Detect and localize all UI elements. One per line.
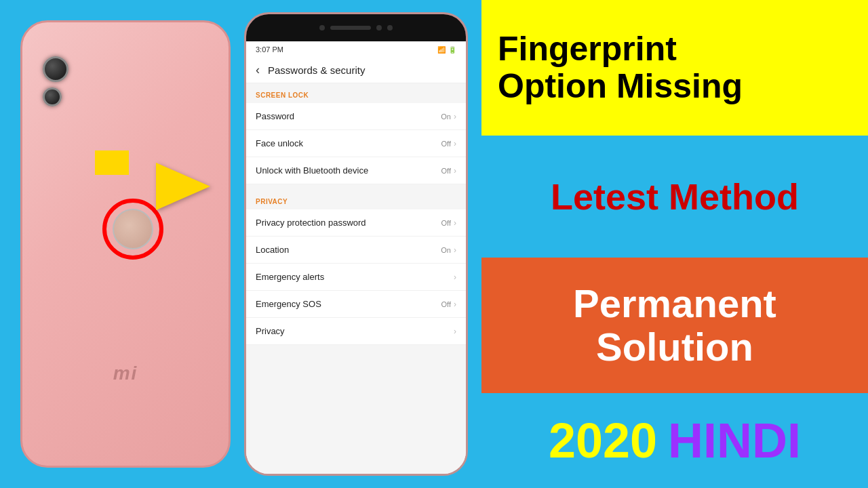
- back-arrow-icon[interactable]: ‹: [256, 63, 260, 77]
- section-divider: [246, 184, 466, 190]
- settings-label-privacy: Privacy: [256, 326, 285, 336]
- location-value: On: [441, 246, 451, 254]
- camera-module: [43, 56, 68, 106]
- chevron-icon-face-unlock: ›: [454, 139, 456, 148]
- face-unlock-value: Off: [441, 140, 451, 148]
- screen-title: Passwords & security: [268, 64, 365, 76]
- settings-label-password: Password: [256, 111, 294, 121]
- top-title-line2: Option Missing: [498, 68, 852, 105]
- yellow-arrow-head: [156, 163, 210, 210]
- hindi-text: HINDI: [668, 413, 801, 468]
- time-display: 3:07 PM: [256, 45, 283, 54]
- left-panel: mi 3:07 PM 📶 🔋 ‹: [0, 0, 481, 488]
- settings-label-emergency-alerts: Emergency alerts: [256, 272, 324, 282]
- notch-dot-far-right: [387, 25, 393, 30]
- bluetooth-unlock-value: Off: [441, 167, 451, 175]
- bottom-title-line2: Solution: [596, 325, 753, 369]
- settings-label-bluetooth-unlock: Unlock with Bluetooth device: [256, 165, 368, 176]
- phone-screen-container: 3:07 PM 📶 🔋 ‹ Passwords & security SCREE…: [244, 12, 468, 476]
- settings-value-privacy: ›: [454, 327, 456, 336]
- arrow-container: [156, 163, 210, 210]
- screen-content: SCREEN LOCK Password On › Face unlock Of…: [246, 83, 466, 474]
- signal-icon: 📶: [437, 46, 446, 54]
- settings-value-location: On ›: [441, 245, 456, 255]
- chevron-icon-privacy: ›: [454, 327, 456, 336]
- settings-item-privacy-password[interactable]: Privacy protection password Off ›: [246, 209, 466, 237]
- fingerprint-circle: [102, 199, 163, 260]
- settings-label-location: Location: [256, 245, 289, 255]
- fingerprint-sensor: [113, 209, 153, 249]
- settings-value-emergency-sos: Off ›: [441, 300, 456, 309]
- notch-speaker: [330, 26, 371, 30]
- status-bar: 3:07 PM 📶 🔋: [246, 41, 466, 58]
- emergency-sos-value: Off: [441, 300, 451, 308]
- notch-dot-left: [319, 25, 325, 30]
- section-header-privacy: PRIVACY: [246, 190, 466, 209]
- settings-item-privacy[interactable]: Privacy ›: [246, 318, 466, 345]
- middle-text: Letest Method: [551, 176, 799, 218]
- arrow-body: [95, 150, 129, 175]
- right-panel: Fingerprint Option Missing Letest Method…: [481, 0, 868, 488]
- notch-dot-right: [376, 25, 382, 30]
- bottom-title-line1: Permanent: [573, 282, 776, 325]
- phone-notch: [246, 14, 466, 41]
- password-value: On: [441, 113, 451, 121]
- settings-item-location[interactable]: Location On ›: [246, 237, 466, 264]
- settings-label-face-unlock: Face unlock: [256, 138, 303, 148]
- status-icons: 📶 🔋: [437, 46, 456, 54]
- bottom-orange-section: Permanent Solution: [481, 258, 868, 393]
- settings-item-emergency-sos[interactable]: Emergency SOS Off ›: [246, 291, 466, 318]
- settings-value-password: On ›: [441, 112, 456, 121]
- top-yellow-section: Fingerprint Option Missing: [481, 0, 868, 136]
- phone-back: mi: [20, 20, 231, 468]
- camera-lens-main: [43, 56, 68, 82]
- settings-label-emergency-sos: Emergency SOS: [256, 299, 321, 309]
- settings-label-privacy-password: Privacy protection password: [256, 218, 366, 228]
- camera-lens-secondary: [43, 87, 62, 106]
- bottom-footer: 2020 HINDI: [481, 393, 868, 488]
- chevron-icon-bluetooth-unlock: ›: [454, 166, 456, 176]
- privacy-password-value: Off: [441, 219, 451, 227]
- chevron-icon-emergency-alerts: ›: [454, 272, 456, 282]
- section-header-screenlock: SCREEN LOCK: [246, 83, 466, 103]
- battery-icon: 🔋: [448, 46, 456, 54]
- settings-item-face-unlock[interactable]: Face unlock Off ›: [246, 130, 466, 157]
- settings-value-emergency-alerts: ›: [454, 272, 456, 282]
- chevron-icon-privacy-password: ›: [454, 218, 456, 228]
- chevron-icon-password: ›: [454, 112, 456, 121]
- middle-blue-section: Letest Method: [481, 136, 868, 258]
- settings-value-bluetooth-unlock: Off ›: [441, 166, 456, 176]
- phone-screen: 3:07 PM 📶 🔋 ‹ Passwords & security SCREE…: [246, 41, 466, 474]
- settings-value-privacy-password: Off ›: [441, 218, 456, 228]
- settings-item-emergency-alerts[interactable]: Emergency alerts ›: [246, 264, 466, 291]
- chevron-icon-emergency-sos: ›: [454, 300, 456, 309]
- mi-logo: mi: [113, 363, 138, 384]
- top-title-line1: Fingerprint: [498, 30, 852, 68]
- year-text: 2020: [549, 413, 657, 468]
- screen-header: ‹ Passwords & security: [246, 58, 466, 83]
- chevron-icon-location: ›: [454, 245, 456, 255]
- settings-item-password[interactable]: Password On ›: [246, 103, 466, 130]
- settings-value-face-unlock: Off ›: [441, 139, 456, 148]
- settings-item-bluetooth-unlock[interactable]: Unlock with Bluetooth device Off ›: [246, 157, 466, 184]
